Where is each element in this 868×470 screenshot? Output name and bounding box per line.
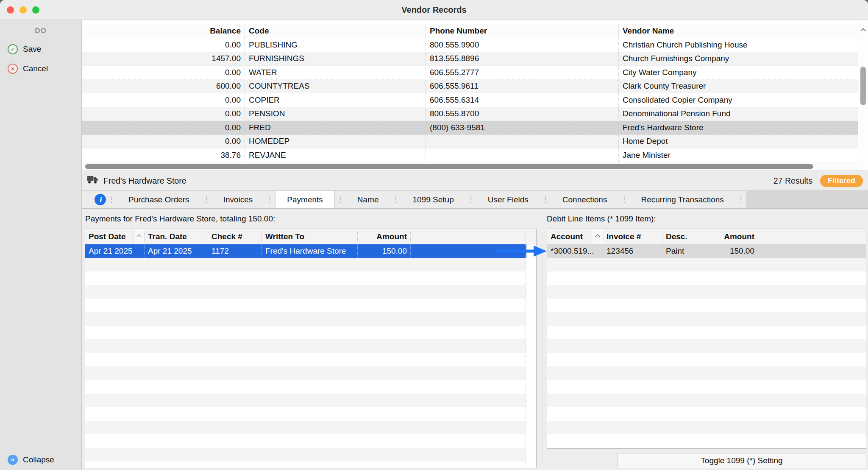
column-header-filler xyxy=(411,229,536,244)
debit-row-selected[interactable]: *3000.519... 123456 Paint 150.00 xyxy=(547,244,866,258)
vendor-cell-name: Fred's Hardware Store xyxy=(619,121,858,135)
debit-line-items-table: Account Invoice # Desc. Amount *3000.519… xyxy=(547,229,866,449)
payments-rows: Apr 21 2025 Apr 21 2025 1172 Fred's Hard… xyxy=(85,244,536,468)
vendor-row-pension[interactable]: 0.00PENSION800.555.8700Denominational Pe… xyxy=(82,107,858,121)
debit-empty-row xyxy=(547,448,866,449)
column-header-check-number[interactable]: Check # xyxy=(208,229,262,244)
payments-cell-written-to: Fred's Hardware Store xyxy=(262,244,358,258)
payments-empty-row xyxy=(85,462,526,468)
vendor-cell-code: WATER xyxy=(245,66,426,80)
column-header-amount[interactable]: Amount xyxy=(705,229,758,244)
horizontal-scrollbar-thumb[interactable] xyxy=(85,164,813,169)
vendor-cell-name: Consolidated Copier Company xyxy=(619,93,858,107)
truck-icon xyxy=(87,176,98,186)
vendor-cell-phone: (800) 633-9581 xyxy=(426,121,619,135)
cancel-button[interactable]: ✕ Cancel xyxy=(0,62,81,76)
vertical-scrollbar-thumb[interactable] xyxy=(860,67,866,105)
vendor-row-fred[interactable]: 0.00FRED(800) 633-9581Fred's Hardware St… xyxy=(82,121,858,135)
column-header-written-to[interactable]: Written To xyxy=(262,229,358,244)
vendor-table-header: Balance Code Phone Number Vendor Name xyxy=(82,24,858,38)
column-header-amount[interactable]: Amount xyxy=(358,229,411,244)
vendor-cell-code: COPIER xyxy=(245,93,426,107)
vendor-cell-code: COUNTYTREAS xyxy=(245,80,426,94)
tab-invoices[interactable]: Invoices xyxy=(212,191,264,208)
vendor-row-homedep[interactable]: 0.00HOMEDEPHome Depot xyxy=(82,135,858,149)
column-header-post-date[interactable]: Post Date xyxy=(85,229,145,244)
debit-empty-row xyxy=(547,326,866,339)
column-header-balance[interactable]: Balance xyxy=(82,24,245,38)
vendor-cell-code: HOMEDEP xyxy=(245,135,426,149)
tab-payments[interactable]: Payments xyxy=(275,191,334,208)
sidebar: DO ✓ Save ✕ Cancel « Collapse xyxy=(0,20,82,470)
debit-empty-row xyxy=(547,421,866,434)
sort-ascending-icon[interactable] xyxy=(592,229,603,244)
tab-separator-dots: ⋮ xyxy=(106,191,117,208)
column-header-tran-date[interactable]: Tran. Date xyxy=(145,229,208,244)
main-area: Balance Code Phone Number Vendor Name 0.… xyxy=(82,20,868,470)
horizontal-scrollbar[interactable] xyxy=(82,162,858,171)
column-header-invoice-number[interactable]: Invoice # xyxy=(603,229,662,244)
debit-cell-filler xyxy=(758,244,866,258)
payments-vertical-scrollbar-track[interactable] xyxy=(526,229,536,468)
vendor-row-water[interactable]: 0.00WATER606.555.2777City Water Company xyxy=(82,66,858,80)
tab-separator-dots: ⋮ xyxy=(390,191,401,208)
debit-empty-row xyxy=(547,434,866,448)
debit-table-header: Account Invoice # Desc. Amount xyxy=(547,229,866,244)
current-vendor-label: Fred's Hardware Store xyxy=(103,176,186,186)
column-header-code[interactable]: Code xyxy=(245,24,426,38)
debit-empty-row xyxy=(547,339,866,353)
column-header-account[interactable]: Account xyxy=(547,229,603,244)
payments-empty-row xyxy=(85,312,526,326)
vendor-row-revjane[interactable]: 38.76REVJANEJane Minister xyxy=(82,148,858,162)
info-icon-button[interactable]: i xyxy=(95,194,106,205)
tab-name[interactable]: Name xyxy=(346,191,390,208)
scrollbar-up-chevron-icon xyxy=(861,27,865,34)
vendor-cell-name: Christian Church Publishing House xyxy=(619,38,858,52)
payments-empty-row xyxy=(85,258,526,271)
vendor-cell-phone xyxy=(426,148,619,162)
vendor-row-publishing[interactable]: 0.00PUBLISHING800.555.9900Christian Chur… xyxy=(82,38,858,52)
sort-ascending-icon[interactable] xyxy=(133,229,144,244)
collapse-button[interactable]: « Collapse xyxy=(0,453,54,467)
debit-cell-desc: Paint xyxy=(662,244,705,258)
column-header-phone-number[interactable]: Phone Number xyxy=(426,24,619,38)
vendor-row-copier[interactable]: 0.00COPIER606.555.6314Consolidated Copie… xyxy=(82,93,858,107)
tab-purchase-orders[interactable]: Purchase Orders xyxy=(117,191,201,208)
vendor-cell-code: REVJANE xyxy=(245,148,426,162)
vendor-cell-name: Home Depot xyxy=(619,135,858,149)
payments-empty-row xyxy=(85,380,526,394)
vendor-row-furnishings[interactable]: 1457.00FURNISHINGS813.555.8896Church Fur… xyxy=(82,52,858,66)
payments-empty-row xyxy=(85,326,526,339)
vendor-rows: 0.00PUBLISHING800.555.9900Christian Chur… xyxy=(82,38,858,162)
save-button[interactable]: ✓ Save xyxy=(0,42,81,56)
tab-user-fields[interactable]: User Fields xyxy=(476,191,540,208)
save-label: Save xyxy=(23,45,41,54)
debit-panel-title: Debit Line Items (* 1099 Item): xyxy=(547,214,656,224)
vendor-cell-phone: 606.555.9611 xyxy=(426,80,619,94)
vendor-cell-name: Denominational Pension Fund xyxy=(619,107,858,121)
payments-empty-row xyxy=(85,299,526,312)
debit-empty-row xyxy=(547,366,866,380)
debit-empty-row xyxy=(547,285,866,299)
vendor-cell-phone: 606.555.6314 xyxy=(426,93,619,107)
tab-recurring-transactions[interactable]: Recurring Transactions xyxy=(629,191,735,208)
vendor-cell-name: Jane Minister xyxy=(619,148,858,162)
vertical-scrollbar[interactable] xyxy=(858,20,868,171)
toggle-1099-button[interactable]: Toggle 1099 (*) Setting xyxy=(617,453,866,468)
tab-1099-setup[interactable]: 1099 Setup xyxy=(401,191,465,208)
debit-cell-amount: 150.00 xyxy=(705,244,758,258)
link-arrow-icon xyxy=(497,245,547,257)
column-header-vendor-name[interactable]: Vendor Name xyxy=(619,24,858,38)
tab-connections[interactable]: Connections xyxy=(551,191,619,208)
tab-content: Payments for Fred's Hardware Store, tota… xyxy=(82,209,868,470)
payments-row-selected[interactable]: Apr 21 2025 Apr 21 2025 1172 Fred's Hard… xyxy=(85,244,526,258)
column-header-desc[interactable]: Desc. xyxy=(662,229,705,244)
vendor-cell-name: Clark County Treasurer xyxy=(619,80,858,94)
results-count: 27 Results xyxy=(773,176,812,186)
vendor-cell-name: Church Furnishings Company xyxy=(619,52,858,66)
window-title: Vendor Records xyxy=(0,0,868,20)
cancel-x-icon: ✕ xyxy=(8,64,18,74)
vendor-row-countytreas[interactable]: 600.00COUNTYTREAS606.555.9611Clark Count… xyxy=(82,80,858,94)
payments-empty-row xyxy=(85,285,526,299)
filtered-badge[interactable]: Filtered xyxy=(820,175,863,187)
